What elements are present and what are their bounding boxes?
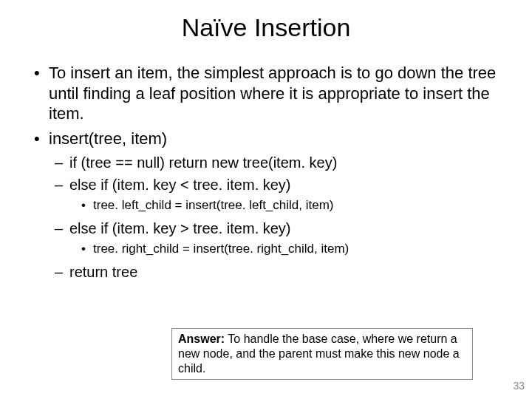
answer-label: Answer: — [178, 332, 225, 345]
page-number: 33 — [513, 380, 525, 392]
bullet-list: To insert an item, the simplest approach… — [30, 63, 502, 282]
list-item: tree. right_child = insert(tree. right_c… — [30, 241, 502, 258]
answer-box: Answer: To handle the base case, where w… — [171, 328, 473, 380]
list-item: else if (item. key < tree. item. key) — [30, 175, 502, 194]
list-item: tree. left_child = insert(tree. left_chi… — [30, 197, 502, 214]
list-item: if (tree == null) return new tree(item. … — [30, 153, 502, 172]
list-item: return tree — [30, 262, 502, 282]
slide: Naïve Insertion To insert an item, the s… — [0, 0, 532, 282]
list-item: To insert an item, the simplest approach… — [30, 63, 502, 124]
list-item: else if (item. key > tree. item. key) — [30, 219, 502, 238]
list-item: insert(tree, item) — [30, 129, 502, 149]
slide-title: Naïve Insertion — [30, 13, 502, 42]
